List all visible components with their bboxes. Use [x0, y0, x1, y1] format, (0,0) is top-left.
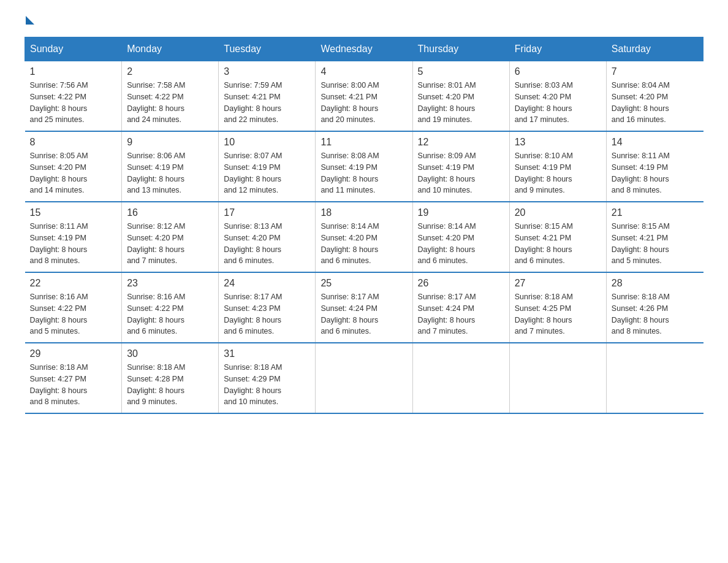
calendar-cell: 13 Sunrise: 8:10 AMSunset: 4:19 PMDaylig…: [509, 131, 606, 202]
calendar-cell: 30 Sunrise: 8:18 AMSunset: 4:28 PMDaylig…: [122, 343, 219, 413]
day-info: Sunrise: 8:17 AMSunset: 4:24 PMDaylight:…: [320, 293, 379, 335]
day-info: Sunrise: 8:01 AMSunset: 4:20 PMDaylight:…: [418, 81, 476, 124]
day-number: 1: [30, 66, 117, 77]
calendar-cell: 20 Sunrise: 8:15 AMSunset: 4:21 PMDaylig…: [509, 202, 606, 272]
day-info: Sunrise: 8:12 AMSunset: 4:20 PMDaylight:…: [127, 222, 185, 265]
calendar-cell: 14 Sunrise: 8:11 AMSunset: 4:19 PMDaylig…: [606, 131, 703, 202]
calendar-cell: 19 Sunrise: 8:14 AMSunset: 4:20 PMDaylig…: [412, 202, 509, 272]
calendar-cell: 7 Sunrise: 8:04 AMSunset: 4:20 PMDayligh…: [606, 61, 703, 132]
calendar-cell: 10 Sunrise: 8:07 AMSunset: 4:19 PMDaylig…: [219, 131, 316, 202]
calendar-cell: 25 Sunrise: 8:17 AMSunset: 4:24 PMDaylig…: [316, 272, 412, 343]
day-info: Sunrise: 8:17 AMSunset: 4:23 PMDaylight:…: [224, 293, 282, 335]
calendar-cell: 18 Sunrise: 8:14 AMSunset: 4:20 PMDaylig…: [316, 202, 412, 272]
calendar-cell: 1 Sunrise: 7:56 AMSunset: 4:22 PMDayligh…: [25, 61, 122, 132]
day-info: Sunrise: 8:04 AMSunset: 4:20 PMDaylight:…: [612, 81, 670, 124]
day-info: Sunrise: 8:07 AMSunset: 4:19 PMDaylight:…: [224, 151, 282, 194]
calendar-header-row: SundayMondayTuesdayWednesdayThursdayFrid…: [25, 37, 703, 61]
day-info: Sunrise: 8:13 AMSunset: 4:20 PMDaylight:…: [224, 222, 282, 265]
day-number: 4: [320, 66, 407, 77]
day-info: Sunrise: 8:09 AMSunset: 4:19 PMDaylight:…: [418, 151, 476, 194]
page-header: [25, 18, 703, 25]
day-number: 18: [320, 207, 407, 218]
calendar-cell: 3 Sunrise: 7:59 AMSunset: 4:21 PMDayligh…: [219, 61, 316, 132]
calendar-cell: 21 Sunrise: 8:15 AMSunset: 4:21 PMDaylig…: [606, 202, 703, 272]
day-number: 23: [127, 278, 213, 289]
day-info: Sunrise: 8:00 AMSunset: 4:21 PMDaylight:…: [320, 81, 379, 124]
column-header-sunday: Sunday: [25, 37, 122, 61]
day-number: 5: [418, 66, 504, 77]
day-number: 7: [612, 66, 699, 77]
day-info: Sunrise: 8:16 AMSunset: 4:22 PMDaylight:…: [30, 293, 88, 335]
week-row-2: 8 Sunrise: 8:05 AMSunset: 4:20 PMDayligh…: [25, 131, 703, 202]
day-info: Sunrise: 8:06 AMSunset: 4:19 PMDaylight:…: [127, 151, 185, 194]
day-info: Sunrise: 8:11 AMSunset: 4:19 PMDaylight:…: [30, 222, 88, 265]
calendar-cell: 8 Sunrise: 8:05 AMSunset: 4:20 PMDayligh…: [25, 131, 122, 202]
day-number: 22: [30, 278, 117, 289]
day-info: Sunrise: 8:15 AMSunset: 4:21 PMDaylight:…: [515, 222, 573, 265]
calendar-cell: 16 Sunrise: 8:12 AMSunset: 4:20 PMDaylig…: [122, 202, 219, 272]
day-info: Sunrise: 8:03 AMSunset: 4:20 PMDaylight:…: [515, 81, 573, 124]
day-number: 20: [515, 207, 601, 218]
day-info: Sunrise: 8:18 AMSunset: 4:25 PMDaylight:…: [515, 293, 573, 335]
column-header-monday: Monday: [122, 37, 219, 61]
day-info: Sunrise: 8:18 AMSunset: 4:26 PMDaylight:…: [612, 293, 670, 335]
day-number: 17: [224, 207, 310, 218]
day-number: 10: [224, 137, 310, 148]
day-number: 8: [30, 137, 117, 148]
calendar-cell: 12 Sunrise: 8:09 AMSunset: 4:19 PMDaylig…: [412, 131, 509, 202]
day-info: Sunrise: 8:14 AMSunset: 4:20 PMDaylight:…: [320, 222, 379, 265]
calendar-cell: 5 Sunrise: 8:01 AMSunset: 4:20 PMDayligh…: [412, 61, 509, 132]
calendar-cell: 29 Sunrise: 8:18 AMSunset: 4:27 PMDaylig…: [25, 343, 122, 413]
day-info: Sunrise: 7:59 AMSunset: 4:21 PMDaylight:…: [224, 81, 282, 124]
calendar-cell: 9 Sunrise: 8:06 AMSunset: 4:19 PMDayligh…: [122, 131, 219, 202]
day-number: 9: [127, 137, 213, 148]
calendar-cell: 15 Sunrise: 8:11 AMSunset: 4:19 PMDaylig…: [25, 202, 122, 272]
day-number: 27: [515, 278, 601, 289]
day-info: Sunrise: 8:14 AMSunset: 4:20 PMDaylight:…: [418, 222, 476, 265]
calendar-cell: [412, 343, 509, 413]
week-row-5: 29 Sunrise: 8:18 AMSunset: 4:27 PMDaylig…: [25, 343, 703, 413]
week-row-4: 22 Sunrise: 8:16 AMSunset: 4:22 PMDaylig…: [25, 272, 703, 343]
day-number: 28: [612, 278, 699, 289]
calendar-cell: 27 Sunrise: 8:18 AMSunset: 4:25 PMDaylig…: [509, 272, 606, 343]
day-info: Sunrise: 8:18 AMSunset: 4:27 PMDaylight:…: [30, 363, 88, 406]
day-number: 14: [612, 137, 699, 148]
calendar-cell: [509, 343, 606, 413]
calendar-cell: 2 Sunrise: 7:58 AMSunset: 4:22 PMDayligh…: [122, 61, 219, 132]
column-header-saturday: Saturday: [606, 37, 703, 61]
day-info: Sunrise: 8:18 AMSunset: 4:29 PMDaylight:…: [224, 363, 282, 406]
day-info: Sunrise: 8:17 AMSunset: 4:24 PMDaylight:…: [418, 293, 476, 335]
day-number: 6: [515, 66, 601, 77]
day-number: 21: [612, 207, 699, 218]
day-number: 31: [224, 348, 310, 359]
calendar-cell: 11 Sunrise: 8:08 AMSunset: 4:19 PMDaylig…: [316, 131, 412, 202]
day-number: 13: [515, 137, 601, 148]
day-number: 25: [320, 278, 407, 289]
column-header-wednesday: Wednesday: [316, 37, 412, 61]
calendar-cell: 24 Sunrise: 8:17 AMSunset: 4:23 PMDaylig…: [219, 272, 316, 343]
calendar-cell: 26 Sunrise: 8:17 AMSunset: 4:24 PMDaylig…: [412, 272, 509, 343]
day-info: Sunrise: 8:11 AMSunset: 4:19 PMDaylight:…: [612, 151, 670, 194]
calendar-cell: 22 Sunrise: 8:16 AMSunset: 4:22 PMDaylig…: [25, 272, 122, 343]
calendar-cell: 6 Sunrise: 8:03 AMSunset: 4:20 PMDayligh…: [509, 61, 606, 132]
day-number: 16: [127, 207, 213, 218]
day-number: 12: [418, 137, 504, 148]
calendar-cell: [316, 343, 412, 413]
column-header-friday: Friday: [509, 37, 606, 61]
week-row-3: 15 Sunrise: 8:11 AMSunset: 4:19 PMDaylig…: [25, 202, 703, 272]
day-number: 29: [30, 348, 117, 359]
calendar-cell: 28 Sunrise: 8:18 AMSunset: 4:26 PMDaylig…: [606, 272, 703, 343]
day-info: Sunrise: 7:58 AMSunset: 4:22 PMDaylight:…: [127, 81, 185, 124]
calendar-cell: 17 Sunrise: 8:13 AMSunset: 4:20 PMDaylig…: [219, 202, 316, 272]
day-number: 26: [418, 278, 504, 289]
calendar-cell: 4 Sunrise: 8:00 AMSunset: 4:21 PMDayligh…: [316, 61, 412, 132]
day-info: Sunrise: 8:15 AMSunset: 4:21 PMDaylight:…: [612, 222, 670, 265]
day-info: Sunrise: 8:05 AMSunset: 4:20 PMDaylight:…: [30, 151, 88, 194]
day-number: 30: [127, 348, 213, 359]
column-header-tuesday: Tuesday: [219, 37, 316, 61]
week-row-1: 1 Sunrise: 7:56 AMSunset: 4:22 PMDayligh…: [25, 61, 703, 132]
day-info: Sunrise: 8:18 AMSunset: 4:28 PMDaylight:…: [127, 363, 185, 406]
day-info: Sunrise: 8:16 AMSunset: 4:22 PMDaylight:…: [127, 293, 185, 335]
calendar-cell: 31 Sunrise: 8:18 AMSunset: 4:29 PMDaylig…: [219, 343, 316, 413]
calendar-table: SundayMondayTuesdayWednesdayThursdayFrid…: [25, 37, 703, 414]
